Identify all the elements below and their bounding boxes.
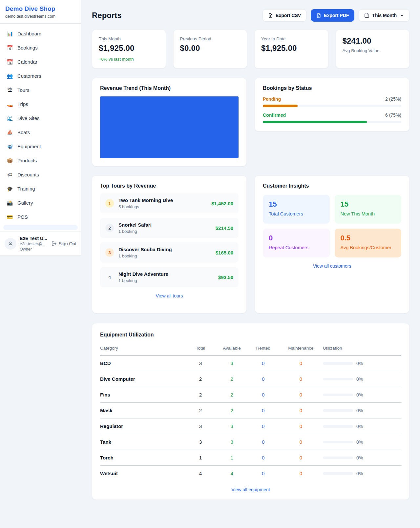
- table-row: Regulator 3 3 0 0 0%: [100, 418, 401, 434]
- col-available: Available: [216, 342, 248, 355]
- sidebar-item-boats[interactable]: ⛵ Boats: [3, 126, 78, 138]
- status-value: 2 (25%): [385, 96, 401, 102]
- tile-repeat-customers: 0 Repeat Customers: [263, 229, 330, 257]
- cell-total: 2: [185, 387, 216, 403]
- table-row: Wetsuit 4 4 0 0 0%: [100, 466, 401, 481]
- bookings-by-status-card: Bookings by Status Pending 2 (25%) Confi…: [255, 78, 410, 132]
- sidebar-item-tours[interactable]: 🏝 Tours: [3, 84, 78, 96]
- sidebar-item-label: Products: [17, 158, 37, 163]
- chevron-down-icon: [400, 13, 404, 17]
- cell-rented: 0: [247, 355, 279, 371]
- view-all-tours-link[interactable]: View all tours: [100, 293, 239, 298]
- cell-utilization: 0%: [323, 371, 401, 387]
- progress-fill-pending: [263, 105, 298, 107]
- period-dropdown[interactable]: This Month: [359, 9, 410, 22]
- sidebar-nav: 📊 Dashboard 📅 Bookings 📆 Calendar 👥 Cust…: [0, 24, 81, 232]
- cell-maintenance: 0: [279, 355, 323, 371]
- sidebar-item-label: Gallery: [17, 200, 33, 206]
- user-role: Owner: [20, 247, 48, 252]
- sidebar-item-products[interactable]: 📦 Products: [3, 154, 78, 166]
- tour-name: Discover Scuba Diving: [118, 247, 172, 252]
- stat-card-avg-booking-value: $241.00 Avg Booking Value: [336, 30, 410, 69]
- progress-track: [263, 105, 401, 107]
- view-all-equipment-link[interactable]: View all equipment: [100, 487, 401, 492]
- cell-rented: 0: [247, 387, 279, 403]
- export-csv-button[interactable]: Export CSV: [262, 9, 306, 22]
- utilization-pct: 0%: [356, 424, 363, 429]
- header-actions: Export CSV Export PDF This Month: [262, 9, 410, 22]
- cell-utilization: 0%: [323, 418, 401, 434]
- col-category: Category: [100, 342, 185, 355]
- tile-value: 15: [341, 200, 396, 209]
- utilization-pct: 0%: [356, 392, 363, 397]
- tour-row: 1 Two Tank Morning Dive 5 bookings $1,45…: [100, 193, 239, 213]
- stat-value: $1,925.00: [99, 44, 159, 53]
- tour-bookings: 1 booking: [118, 254, 211, 258]
- table-row: Dive Computer 2 2 0 0 0%: [100, 371, 401, 387]
- cell-available: 2: [216, 371, 248, 387]
- sidebar-item-pos[interactable]: 💳 POS: [3, 211, 78, 223]
- sidebar-item-bookings[interactable]: 📅 Bookings: [3, 42, 78, 53]
- utilization-track: [323, 409, 353, 412]
- stat-cards: This Month $1,925.00 +0% vs last month P…: [92, 30, 410, 69]
- cell-available: 3: [216, 355, 248, 371]
- stat-delta: +0% vs last month: [99, 57, 159, 62]
- bookings-by-status-title: Bookings by Status: [263, 85, 401, 91]
- view-all-customers-link[interactable]: View all customers: [263, 263, 401, 269]
- sidebar-item-gallery[interactable]: 📸 Gallery: [3, 197, 78, 209]
- utilization-track: [323, 362, 353, 365]
- tile-value: 0: [269, 234, 324, 242]
- user-meta: E2E Test U... e2e-tester@... Owner: [20, 236, 48, 252]
- cell-category: Regulator: [100, 418, 185, 434]
- cell-maintenance: 0: [279, 434, 323, 450]
- sidebar-item-label: Customers: [17, 73, 41, 79]
- sidebar-item-equipment[interactable]: 🤿 Equipment: [3, 140, 78, 152]
- cell-available: 2: [216, 403, 248, 418]
- charts-row: Revenue Trend (This Month) Bookings by S…: [92, 78, 410, 166]
- sidebar-item-label: Tours: [17, 87, 30, 93]
- stat-value: $0.00: [180, 44, 241, 53]
- cell-utilization: 0%: [323, 403, 401, 418]
- sidebar-item-trips[interactable]: 🚤 Trips: [3, 98, 78, 110]
- rank-badge: 1: [105, 199, 114, 208]
- sidebar-item-discounts[interactable]: 🏷 Discounts: [3, 169, 78, 180]
- cell-category: Mask: [100, 403, 185, 418]
- sign-out-label: Sign Out: [59, 241, 76, 246]
- package-icon: 📦: [7, 158, 13, 163]
- cell-maintenance: 0: [279, 418, 323, 434]
- cell-total: 4: [185, 466, 216, 481]
- island-icon: 🏝: [7, 88, 13, 92]
- rank-badge: 2: [105, 224, 114, 232]
- sidebar-item-dashboard[interactable]: 📊 Dashboard: [3, 28, 78, 39]
- sidebar-item-dive-sites[interactable]: 🌊 Dive Sites: [3, 112, 78, 124]
- people-icon: 👥: [7, 73, 13, 78]
- cell-utilization: 0%: [323, 387, 401, 403]
- utilization-pct: 0%: [356, 455, 363, 460]
- file-download-icon: [268, 13, 273, 18]
- progress-track: [263, 121, 401, 123]
- cell-available: 1: [216, 450, 248, 466]
- export-pdf-button[interactable]: Export PDF: [311, 9, 354, 22]
- cell-total: 2: [185, 371, 216, 387]
- col-rented: Rented: [247, 342, 279, 355]
- tile-value: 15: [269, 200, 324, 209]
- equipment-utilization-title: Equipment Utilization: [100, 332, 401, 338]
- sidebar-item-label: Equipment: [17, 144, 41, 149]
- sidebar-item-training[interactable]: 🎓 Training: [3, 183, 78, 194]
- sidebar-item-calendar[interactable]: 📆 Calendar: [3, 56, 78, 68]
- sidebar-item-reports-active-partial[interactable]: [3, 225, 78, 230]
- customer-insights-card: Customer Insights 15 Total Customers 15 …: [255, 175, 410, 313]
- tour-row: 3 Discover Scuba Diving 1 booking $165.0…: [100, 242, 239, 263]
- sign-out-button[interactable]: Sign Out: [52, 241, 76, 246]
- status-row-pending: Pending 2 (25%): [263, 96, 401, 107]
- tour-name: Snorkel Safari: [118, 222, 152, 228]
- cell-total: 3: [185, 355, 216, 371]
- utilization-track: [323, 441, 353, 443]
- tour-name: Two Tank Morning Dive: [118, 197, 173, 203]
- tour-bookings: 5 bookings: [118, 204, 207, 209]
- cell-maintenance: 0: [279, 466, 323, 481]
- cell-utilization: 0%: [323, 466, 401, 481]
- sidebar-item-customers[interactable]: 👥 Customers: [3, 70, 78, 82]
- col-utilization: Utilization: [323, 342, 401, 355]
- customer-insights-title: Customer Insights: [263, 183, 401, 189]
